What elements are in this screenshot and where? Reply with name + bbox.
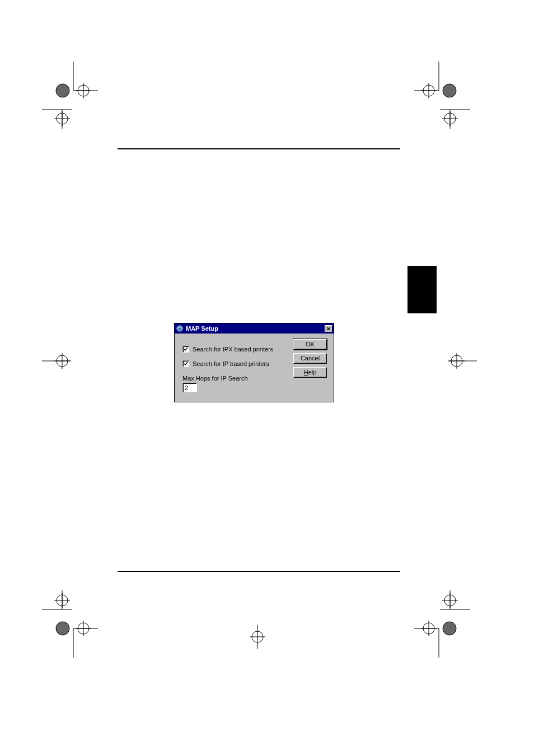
page-divider-top xyxy=(118,148,400,149)
checkmark-icon xyxy=(184,361,188,366)
svg-point-16 xyxy=(443,84,456,97)
checkbox-ipx-label: Search for IPX based printers xyxy=(193,346,273,353)
button-stack: OK Cancel Help xyxy=(293,339,327,378)
page-divider-bottom xyxy=(118,571,400,572)
close-icon xyxy=(326,327,331,331)
cancel-button[interactable]: Cancel xyxy=(293,353,327,364)
crop-mark-top-left xyxy=(42,62,98,129)
svg-point-27 xyxy=(451,355,462,367)
crop-mark-top-right xyxy=(414,62,470,129)
maxhops-input[interactable] xyxy=(182,383,197,392)
crop-mark-bottom-right xyxy=(414,590,470,658)
svg-point-32 xyxy=(57,595,68,606)
svg-point-52 xyxy=(423,623,434,634)
checkbox-ip-label: Search for IP based printers xyxy=(193,360,269,367)
svg-point-23 xyxy=(57,355,68,367)
svg-point-13 xyxy=(423,85,434,96)
svg-point-5 xyxy=(56,84,69,97)
svg-point-8 xyxy=(57,113,68,124)
close-button[interactable] xyxy=(325,325,332,332)
crop-mark-bottom-center xyxy=(241,620,274,654)
svg-point-35 xyxy=(56,622,69,635)
map-setup-dialog: MAP Setup Search for IPX based printers xyxy=(174,323,334,402)
crop-mark-mid-right xyxy=(438,344,477,378)
help-rest: elp xyxy=(308,369,317,375)
app-icon xyxy=(176,325,184,332)
svg-point-46 xyxy=(444,595,456,606)
svg-point-49 xyxy=(443,622,456,635)
checkmark-icon xyxy=(184,347,188,351)
help-button[interactable]: Help xyxy=(293,367,327,378)
svg-point-42 xyxy=(252,631,263,642)
ok-button[interactable]: OK xyxy=(293,339,327,350)
svg-point-2 xyxy=(78,85,89,96)
checkbox-ipx[interactable] xyxy=(182,346,189,353)
svg-point-19 xyxy=(444,113,456,124)
crop-mark-bottom-left xyxy=(42,590,98,658)
dialog-body: Search for IPX based printers Search for… xyxy=(175,334,334,402)
crop-mark-mid-left xyxy=(42,344,81,378)
titlebar[interactable]: MAP Setup xyxy=(175,323,334,334)
svg-point-38 xyxy=(78,623,89,634)
page-side-tab xyxy=(407,266,437,313)
checkbox-ip[interactable] xyxy=(182,360,189,367)
help-mnemonic: H xyxy=(304,369,308,375)
dialog-title: MAP Setup xyxy=(186,325,325,332)
